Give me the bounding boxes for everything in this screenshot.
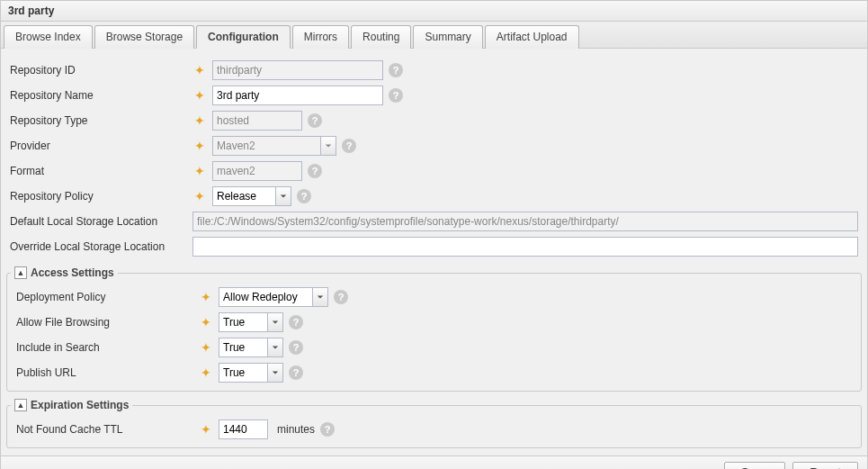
help-icon[interactable]: ? [289, 315, 303, 329]
tab-browse-index[interactable]: Browse Index [4, 25, 93, 49]
chevron-down-icon[interactable] [267, 363, 283, 383]
label-provider: Provider [10, 140, 194, 152]
input-nf-ttl[interactable] [219, 419, 268, 439]
select-repo-policy[interactable] [212, 186, 275, 206]
input-default-loc [192, 212, 858, 231]
required-icon: ✦ [201, 422, 211, 437]
required-icon: ✦ [201, 365, 211, 380]
input-repo-id [212, 60, 383, 80]
chevron-down-icon[interactable] [312, 287, 328, 307]
tab-configuration[interactable]: Configuration [196, 25, 291, 49]
fieldset-access-settings: ▲ Access Settings Deployment Policy ✦ ? … [6, 266, 862, 392]
input-repo-type [212, 111, 302, 131]
help-icon[interactable]: ? [289, 365, 303, 380]
help-icon[interactable]: ? [334, 290, 348, 304]
required-icon: ✦ [194, 164, 205, 178]
legend-expiration: Expiration Settings [31, 399, 129, 411]
required-icon: ✦ [194, 88, 205, 103]
tab-routing[interactable]: Routing [351, 25, 411, 49]
collapse-icon[interactable]: ▲ [14, 399, 27, 411]
help-icon[interactable]: ? [308, 164, 322, 178]
select-allow-browse[interactable] [219, 312, 267, 332]
help-icon[interactable]: ? [297, 189, 311, 203]
tab-summary[interactable]: Summary [413, 25, 482, 49]
label-allow-browse: Allow File Browsing [16, 316, 201, 329]
label-deploy-policy: Deployment Policy [16, 291, 201, 303]
label-publish-url: Publish URL [16, 366, 201, 379]
label-format: Format [10, 165, 194, 177]
label-include-search: Include in Search [16, 341, 201, 354]
tab-browse-storage[interactable]: Browse Storage [94, 25, 194, 49]
legend-access: Access Settings [31, 266, 114, 279]
help-icon[interactable]: ? [342, 139, 356, 153]
chevron-down-icon[interactable] [267, 312, 283, 332]
config-form: Repository ID ✦ ? Repository Name ✦ ? Re… [0, 49, 868, 469]
tab-bar: Browse Index Browse Storage Configuratio… [0, 21, 868, 49]
form-footer: Save Reset [1, 455, 867, 469]
select-publish-url[interactable] [219, 363, 267, 383]
select-deploy-policy[interactable] [219, 287, 312, 307]
panel-title: 3rd party [0, 0, 868, 21]
required-icon: ✦ [194, 189, 205, 203]
chevron-down-icon[interactable] [275, 186, 291, 206]
unit-minutes: minutes [277, 423, 315, 436]
required-icon: ✦ [194, 63, 205, 77]
required-icon: ✦ [201, 340, 211, 355]
label-repo-policy: Repository Policy [10, 190, 194, 203]
chevron-down-icon [320, 136, 336, 156]
chevron-down-icon[interactable] [267, 338, 283, 357]
select-provider [212, 136, 320, 156]
label-override-loc: Override Local Storage Location [10, 240, 192, 253]
required-icon: ✦ [194, 139, 205, 153]
save-button[interactable]: Save [724, 462, 785, 469]
input-override-loc[interactable] [192, 237, 858, 257]
required-icon: ✦ [194, 113, 205, 128]
label-nf-ttl: Not Found Cache TTL [16, 423, 201, 436]
required-icon: ✦ [201, 315, 211, 329]
reset-button[interactable]: Reset [792, 462, 858, 469]
help-icon[interactable]: ? [389, 88, 403, 103]
input-repo-name[interactable] [212, 86, 383, 105]
input-format [212, 161, 302, 181]
select-include-search[interactable] [219, 338, 267, 357]
label-repo-type: Repository Type [10, 114, 194, 127]
collapse-icon[interactable]: ▲ [14, 266, 27, 279]
help-icon[interactable]: ? [289, 340, 303, 355]
label-repo-name: Repository Name [10, 89, 194, 102]
fieldset-expiration-settings: ▲ Expiration Settings Not Found Cache TT… [6, 399, 862, 448]
tab-mirrors[interactable]: Mirrors [292, 25, 349, 49]
help-icon[interactable]: ? [389, 63, 403, 77]
required-icon: ✦ [201, 290, 211, 304]
label-default-loc: Default Local Storage Location [10, 215, 192, 228]
label-repo-id: Repository ID [10, 64, 194, 77]
help-icon[interactable]: ? [308, 113, 322, 128]
help-icon[interactable]: ? [320, 422, 335, 437]
tab-artifact-upload[interactable]: Artifact Upload [485, 25, 579, 49]
